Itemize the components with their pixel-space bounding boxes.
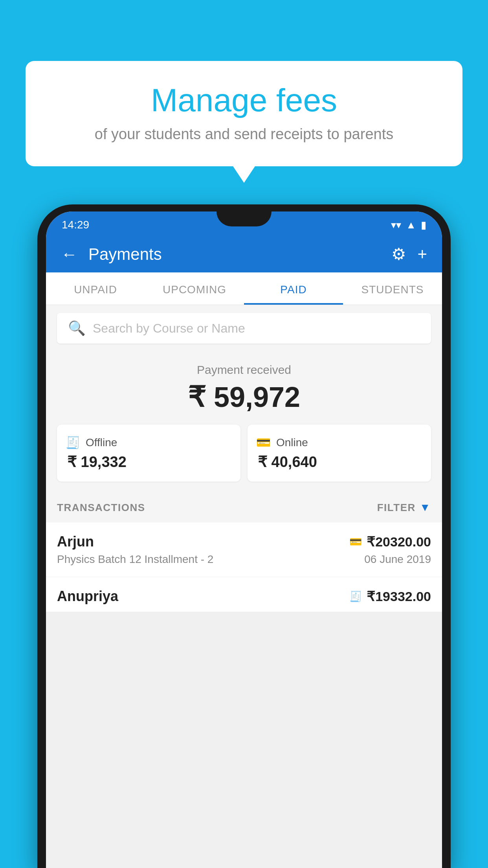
transaction-amount: ₹19332.00 [367,588,431,604]
transaction-row-top: Arjun 💳 ₹20320.00 [57,533,431,550]
online-icon: 💳 [256,436,271,449]
transactions-header: TRANSACTIONS FILTER ▼ [46,493,442,522]
bubble-subtitle: of your students and send receipts to pa… [53,126,435,143]
transaction-date: 06 June 2019 [364,553,431,566]
status-icons: ▾▾ ▲ ▮ [391,219,426,231]
transaction-row-top: Anupriya 🧾 ₹19332.00 [57,588,431,605]
app-bar: ← Payments ⚙ + [46,236,442,272]
phone-screen: 14:29 ▾▾ ▲ ▮ ← Payments ⚙ + UNPAID UPCOM… [46,211,442,868]
tab-paid[interactable]: PAID [244,272,343,305]
bubble-title: Manage fees [53,83,435,118]
filter-button[interactable]: FILTER ▼ [377,501,431,514]
transaction-amount: ₹20320.00 [367,534,431,550]
tab-unpaid[interactable]: UNPAID [46,272,145,305]
search-placeholder: Search by Course or Name [93,321,245,336]
tab-students[interactable]: STUDENTS [343,272,442,305]
search-icon: 🔍 [68,320,86,337]
transaction-amount-wrap: 💳 ₹20320.00 [349,534,431,550]
transaction-name: Arjun [57,533,94,550]
transaction-row[interactable]: Arjun 💳 ₹20320.00 Physics Batch 12 Insta… [46,522,442,577]
online-amount: ₹ 40,640 [256,453,422,471]
back-button[interactable]: ← [61,245,77,264]
offline-icon: 🧾 [66,436,80,449]
app-title: Payments [88,245,380,264]
status-time: 14:29 [62,219,89,231]
transaction-course: Physics Batch 12 Installment - 2 [57,553,213,566]
battery-icon: ▮ [421,219,426,231]
tab-upcoming[interactable]: UPCOMING [145,272,244,305]
phone-frame: 14:29 ▾▾ ▲ ▮ ← Payments ⚙ + UNPAID UPCOM… [37,204,451,868]
payment-amount: ₹ 59,972 [57,381,431,414]
offline-label: Offline [86,436,117,449]
transaction-name: Anupriya [57,588,118,605]
settings-icon[interactable]: ⚙ [391,245,406,264]
online-label: Online [276,436,308,449]
add-icon[interactable]: + [417,245,427,264]
wifi-icon: ▾▾ [391,219,401,231]
speech-bubble: Manage fees of your students and send re… [26,61,462,166]
payment-label: Payment received [57,363,431,377]
online-card-header: 💳 Online [256,436,422,449]
phone-notch [216,211,272,226]
filter-icon: ▼ [420,501,431,514]
transaction-row-bottom: Physics Batch 12 Installment - 2 06 June… [57,553,431,566]
offline-card-header: 🧾 Offline [66,436,232,449]
offline-amount: ₹ 19,332 [66,453,232,471]
online-card: 💳 Online ₹ 40,640 [248,425,431,482]
filter-label: FILTER [377,502,416,514]
status-bar: 14:29 ▾▾ ▲ ▮ [46,211,442,236]
search-container: 🔍 Search by Course or Name [46,305,442,351]
transaction-amount-wrap: 🧾 ₹19332.00 [349,588,431,604]
transaction-row[interactable]: Anupriya 🧾 ₹19332.00 [46,577,442,612]
search-box[interactable]: 🔍 Search by Course or Name [57,313,431,344]
offline-card: 🧾 Offline ₹ 19,332 [57,425,240,482]
payment-cards: 🧾 Offline ₹ 19,332 💳 Online ₹ 40,640 [57,425,431,482]
transactions-label: TRANSACTIONS [57,502,145,514]
transaction-type-icon: 💳 [349,536,362,548]
signal-icon: ▲ [406,219,416,231]
payment-summary: Payment received ₹ 59,972 🧾 Offline ₹ 19… [46,351,442,493]
transaction-type-icon: 🧾 [349,590,362,603]
tabs-bar: UNPAID UPCOMING PAID STUDENTS [46,272,442,305]
app-bar-icons: ⚙ + [391,245,427,264]
